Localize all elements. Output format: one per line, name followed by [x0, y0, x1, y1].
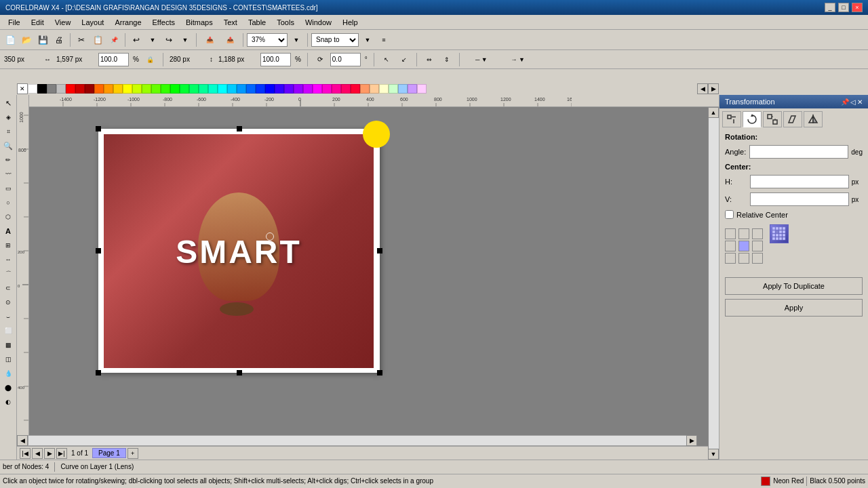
palette-color-15[interactable] [170, 84, 180, 94]
apply-to-duplicate-btn[interactable]: Apply To Duplicate [725, 277, 863, 295]
lock-ratio-btn[interactable]: 🔒 [143, 52, 158, 67]
palette-color-10[interactable] [123, 84, 132, 94]
tab-position[interactable] [722, 111, 741, 127]
tab-scale[interactable] [763, 111, 782, 127]
palette-color-18[interactable] [199, 84, 208, 94]
menu-arrange[interactable]: Arrange [109, 17, 146, 28]
undo-btn[interactable]: ↩ [129, 33, 144, 47]
palette-color-40[interactable] [408, 84, 417, 94]
ellipse-tool[interactable]: ○ [1, 196, 15, 209]
transparency-tool[interactable]: ◫ [1, 352, 15, 366]
handle-mr[interactable] [377, 248, 382, 253]
palette-color-12[interactable] [142, 84, 151, 94]
redo-btn[interactable]: ↪ [161, 33, 176, 47]
handle-bl[interactable] [96, 370, 101, 375]
menu-tools[interactable]: Tools [271, 17, 300, 28]
apply-btn[interactable]: Apply [725, 299, 863, 317]
shadow-tool[interactable]: ▩ [1, 338, 15, 352]
envelope-tool[interactable]: ⌣ [1, 310, 15, 323]
palette-color-41[interactable] [417, 84, 427, 94]
palette-color-16[interactable] [180, 84, 189, 94]
fill-tool[interactable]: ⬤ [1, 381, 15, 394]
dimension-tool[interactable]: ↔ [1, 253, 15, 266]
mirror-v[interactable]: ⇕ [439, 52, 454, 67]
palette-color-20[interactable] [218, 84, 227, 94]
zoom-tool[interactable]: 🔍 [1, 139, 15, 152]
palette-color-2[interactable] [47, 84, 56, 94]
tab-skew[interactable] [783, 111, 802, 127]
fill-color-swatch[interactable] [761, 476, 770, 486]
palette-color-3[interactable] [56, 84, 66, 94]
menu-view[interactable]: View [50, 17, 77, 28]
hscroll-right[interactable]: ▶ [686, 435, 697, 446]
snap-dropdown[interactable]: Snap to [311, 33, 359, 47]
palette-color-5[interactable] [75, 84, 85, 94]
palette-color-38[interactable] [389, 84, 398, 94]
page-tab-1[interactable]: Page 1 [92, 448, 126, 458]
palette-color-39[interactable] [398, 84, 408, 94]
w-pct-input[interactable] [98, 53, 129, 66]
palette-color-27[interactable] [284, 84, 294, 94]
blend-tool[interactable]: ⊂ [1, 281, 15, 295]
smart-draw[interactable]: 〰 [1, 167, 15, 181]
palette-color-35[interactable] [360, 84, 370, 94]
grid-bl[interactable] [725, 253, 736, 264]
snap-options[interactable]: ≡ [376, 33, 391, 47]
palette-color-25[interactable] [265, 84, 275, 94]
handle-tc[interactable] [237, 126, 242, 131]
hscroll-bar[interactable] [28, 435, 697, 446]
handle-br[interactable] [377, 370, 382, 375]
vscroll-track[interactable] [708, 118, 719, 449]
grid-mr[interactable] [752, 241, 763, 251]
export-btn[interactable]: 📤 [220, 33, 239, 47]
polygon-tool[interactable]: ⬡ [1, 210, 15, 224]
grid-tr[interactable] [752, 228, 763, 239]
cut-btn[interactable]: ✂ [74, 33, 89, 47]
angle-input[interactable] [330, 53, 361, 66]
grid-bc[interactable] [738, 253, 749, 264]
import-btn[interactable]: 📥 [200, 33, 219, 47]
grid-br[interactable] [752, 253, 763, 264]
maximize-btn[interactable]: □ [838, 3, 849, 12]
align-bl[interactable]: ↙ [397, 52, 412, 67]
select-tool[interactable]: ↖ [1, 96, 15, 110]
handle-tl[interactable] [96, 126, 101, 131]
freehand-tool[interactable]: ✏ [1, 153, 15, 167]
menu-edit[interactable]: Edit [26, 17, 50, 28]
palette-color-13[interactable] [151, 84, 161, 94]
shape-tool[interactable]: ◈ [1, 110, 15, 124]
line-end[interactable]: → ▼ [501, 52, 535, 67]
close-btn[interactable]: × [852, 3, 863, 12]
vscroll-down[interactable]: ▼ [708, 449, 719, 460]
handle-ml[interactable] [96, 248, 101, 253]
palette-color-4[interactable] [66, 84, 75, 94]
mirror-h[interactable]: ⇔ [422, 52, 437, 67]
palette-color-32[interactable] [332, 84, 341, 94]
tab-flip[interactable] [804, 111, 823, 127]
palette-color-7[interactable] [94, 84, 104, 94]
zoom-arrow[interactable]: ▼ [289, 33, 304, 47]
connector-tool[interactable]: ⌒ [1, 267, 15, 281]
palette-color-30[interactable] [313, 84, 322, 94]
menu-help[interactable]: Help [337, 17, 363, 28]
palette-color-26[interactable] [275, 84, 284, 94]
rect-tool[interactable]: ▭ [1, 182, 15, 195]
special-grid-icon[interactable] [770, 224, 789, 243]
grid-ml[interactable] [725, 241, 736, 251]
palette-color-11[interactable] [132, 84, 142, 94]
palette-color-28[interactable] [294, 84, 303, 94]
page-next-btn[interactable]: ▶ [44, 448, 55, 459]
handle-bc[interactable] [237, 370, 242, 375]
undo-arrow[interactable]: ▼ [145, 33, 160, 47]
menu-bitmaps[interactable]: Bitmaps [180, 17, 218, 28]
palette-color-34[interactable] [351, 84, 360, 94]
palette-color-31[interactable] [322, 84, 332, 94]
palette-color-17[interactable] [189, 84, 199, 94]
menu-window[interactable]: Window [300, 17, 337, 28]
grid-tc[interactable] [738, 228, 749, 239]
h-center-field[interactable] [750, 175, 849, 188]
save-btn[interactable]: 💾 [35, 33, 50, 47]
menu-layout[interactable]: Layout [76, 17, 109, 28]
design-image[interactable]: SMART [104, 134, 374, 368]
extrude-tool[interactable]: ⬜ [1, 324, 15, 338]
